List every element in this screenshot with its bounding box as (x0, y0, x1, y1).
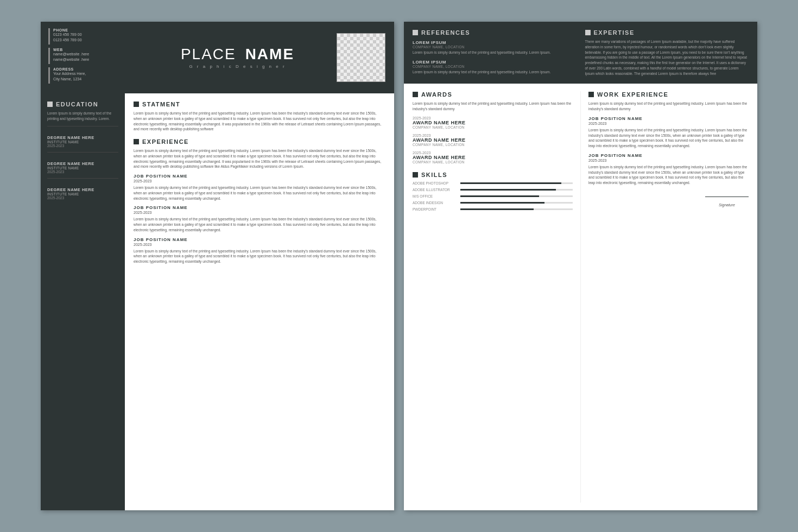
award-name-2: AWARD NAME HERE (413, 137, 573, 143)
resume-container: PHONE 0123 456 789 00 0123 456 789 00 WE… (41, 22, 757, 510)
education-title: EDUCATION (56, 101, 98, 107)
job-3: JOB POSITION NAME 2025-2023 Lorem Ipsum … (134, 237, 385, 264)
experience-title: EXPERIENCE (142, 138, 189, 145)
statement-title: STATMENT (142, 101, 180, 107)
name-block: PLACE NAME G r a p h i c D e s i g n e r (181, 47, 294, 69)
page-1: PHONE 0123 456 789 00 0123 456 789 00 WE… (41, 22, 394, 510)
edu-degree-name-1: DEGREE NAME HERE (47, 135, 118, 140)
ref-text-1: Lorem Ipsum is simply dummy text of the … (413, 50, 577, 55)
references-header: REFERENCES (413, 29, 577, 36)
awards-title: AWARDS (421, 91, 452, 98)
page-2: REFERENCES LOREM IPSUM COMPANY NAME, LOC… (404, 22, 757, 510)
exp-sq-icon (585, 30, 591, 35)
skill-bar-bg-1 (460, 182, 573, 184)
web-block: WEB name@website .here name@website .her… (53, 48, 89, 62)
experience-section: EXPERIENCE Lorem Ipsum is simply dummy t… (134, 138, 385, 264)
web-value-1: name@website .here (53, 52, 89, 57)
ref-item-1: LOREM IPSUM COMPANY NAME, LOCATION Lorem… (413, 40, 577, 55)
work-square-icon (588, 92, 594, 97)
work-job-title-2: JOB POSITION NAME (588, 153, 749, 158)
job-text-3: Lorem Ipsum is simply dummy text of the … (134, 249, 385, 264)
signature-block: Signature (705, 197, 749, 208)
address-block: ADDRESS Your Address Here, City Name, 12… (53, 67, 86, 82)
award-name-1: AWARD NAME HERE (413, 120, 573, 125)
edu-degree-2: DEGREE NAME HERE INSTITUTE NAME 2025-202… (47, 157, 118, 174)
ref-item-2: LOREM IPSUM COMPANY NAME, LOCATION Lorem… (413, 60, 577, 75)
job-1: JOB POSITION NAME 2025-2023 Lorem Ipsum … (134, 174, 385, 201)
job-date-1: 2025-2023 (134, 179, 385, 183)
statement-square-icon (134, 102, 139, 107)
edu-date-3: 2025-2023 (47, 196, 118, 200)
work-job-text-1: Lorem Ipsum is simply dummy text of the … (588, 128, 749, 149)
experience-header: EXPERIENCE (134, 138, 385, 145)
skill-row-3: M/S OFFICE (413, 194, 573, 198)
job-title-3: JOB POSITION NAME (134, 237, 385, 242)
ref-company-1: COMPANY NAME, LOCATION (413, 45, 577, 49)
skill-row-4: ADOBE INDESIGN (413, 201, 573, 205)
job-date-2: 2025-2023 (134, 211, 385, 214)
award-item-2: 2025-2023 AWARD NAME HERE COMPANY NAME, … (413, 134, 573, 147)
expertise-title: EXPERTISE (594, 29, 635, 36)
work-exp-header: WORK EXPERIENCE (588, 91, 749, 98)
skill-label-3: M/S OFFICE (413, 194, 456, 198)
name-title: G r a p h i c D e s i g n e r (181, 64, 294, 69)
job-date-3: 2025-2023 (134, 243, 385, 246)
references-col: REFERENCES LOREM IPSUM COMPANY NAME, LOC… (413, 29, 577, 76)
address-value-1: Your Address Here, (53, 71, 86, 77)
phone-section: PHONE 0123 456 789 00 0123 456 789 00 (48, 28, 131, 45)
work-exp-title: WORK EXPERIENCE (597, 91, 668, 98)
skill-bar-fill-4 (460, 202, 544, 204)
phone-label: PHONE (53, 28, 82, 32)
edu-date-1: 2025-2023 (47, 144, 118, 148)
edu-institute-1: INSTITUTE NAME (47, 140, 118, 144)
skill-bar-bg-4 (460, 202, 573, 204)
award-name-3: AWARD NAME HERE (413, 155, 573, 160)
expertise-text: There are many variations of passages of… (585, 39, 749, 76)
name-first: PLACE (181, 46, 236, 62)
job-title-2: JOB POSITION NAME (134, 205, 385, 210)
job-title-1: JOB POSITION NAME (134, 174, 385, 179)
ref-company-2: COMPANY NAME, LOCATION (413, 65, 577, 68)
right-content-col: STATMENT Lorem Ipsum is simply dummy tex… (125, 93, 394, 510)
accent-bar-web (48, 48, 50, 64)
edu-square-icon (47, 102, 53, 107)
job-text-2: Lorem Ipsum is simply dummy text of the … (134, 217, 385, 232)
skill-bar-fill-5 (460, 208, 534, 210)
award-company-1: COMPANY NAME, LOCATION (413, 125, 573, 129)
awards-square-icon (413, 92, 418, 97)
accent-bar (48, 28, 50, 45)
name-last: NAME (245, 46, 294, 62)
address-section: ADDRESS Your Address Here, City Name, 12… (48, 67, 131, 84)
signature-line (705, 197, 749, 197)
ref-name-2: LOREM IPSUM (413, 60, 577, 65)
awards-intro: Lorem Ipsum is simply dummy text of the … (413, 101, 573, 112)
statement-section: STATMENT Lorem Ipsum is simply dummy tex… (134, 101, 385, 132)
work-job-2: JOB POSITION NAME 2025-2023 Lorem Ipsum … (588, 153, 749, 186)
statement-text: Lorem Ipsum is simply dummy text of the … (134, 111, 385, 132)
header-bar: PHONE 0123 456 789 00 0123 456 789 00 WE… (41, 22, 394, 93)
work-exp-col: WORK EXPERIENCE Lorem Ipsum is simply du… (580, 91, 749, 503)
skill-label-5: PWDERPOINT (413, 207, 456, 211)
signature-label: Signature (719, 203, 735, 207)
award-date-3: 2025-2023 (413, 151, 573, 155)
work-job-date-2: 2025-2023 (588, 159, 749, 162)
work-job-date-1: 2025-2023 (588, 122, 749, 125)
work-job-text-2: Lorem Ipsum is simply dummy text of the … (588, 164, 749, 186)
ref-square-icon (413, 30, 418, 35)
phone-block: PHONE 0123 456 789 00 0123 456 789 00 (53, 28, 82, 43)
skills-section: SKILLS ADOBE PHOTOSHOP ADOBE ILLUSTRATOR (413, 172, 573, 211)
work-job-title-1: JOB POSITION NAME (588, 116, 749, 121)
page2-top: REFERENCES LOREM IPSUM COMPANY NAME, LOC… (404, 22, 757, 84)
award-date-1: 2025-2023 (413, 116, 573, 120)
web-label: WEB (53, 48, 89, 52)
skill-bar-fill-3 (460, 195, 539, 197)
skill-label-2: ADOBE ILLUSTRATOR (413, 188, 456, 192)
exp-square-icon (134, 139, 139, 144)
award-date-2: 2025-2023 (413, 134, 573, 137)
left-dark-col: EDUCATION Lorem Ipsum is simply dummy te… (41, 93, 125, 510)
edu-divider-3 (47, 178, 118, 179)
edu-institute-3: INSTITUTE NAME (47, 192, 118, 196)
edu-divider-1 (47, 126, 118, 126)
page1-body: EDUCATION Lorem Ipsum is simply dummy te… (41, 93, 394, 510)
edu-date-2: 2025-2023 (47, 170, 118, 174)
